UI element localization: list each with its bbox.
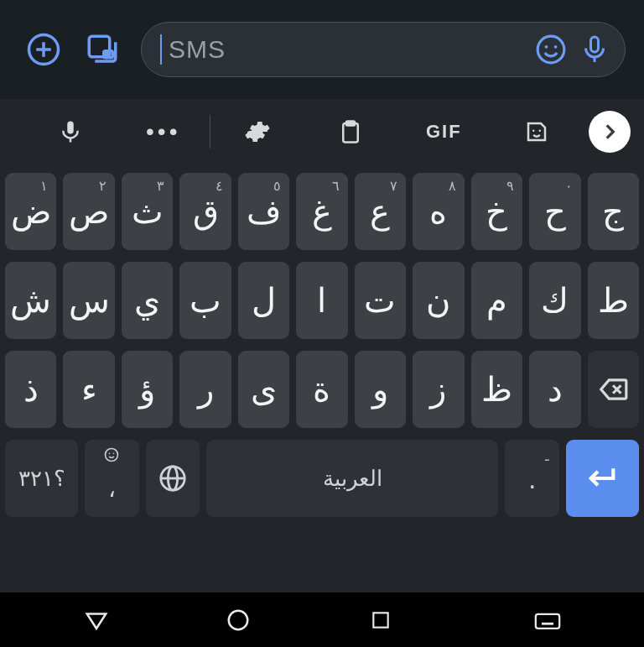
key-ba[interactable]: ب xyxy=(179,262,231,339)
key-sin[interactable]: س xyxy=(63,262,114,339)
key-qaf[interactable]: ٤ق xyxy=(179,173,231,250)
navigation-bar xyxy=(0,592,644,647)
enter-key[interactable] xyxy=(566,440,639,517)
key-ra[interactable]: ر xyxy=(179,351,231,428)
symbols-key[interactable]: ؟٣٢١ xyxy=(5,440,78,517)
svg-point-16 xyxy=(539,130,542,133)
compose-bar: SMS xyxy=(0,0,644,99)
nav-recent-button[interactable] xyxy=(360,599,402,641)
svg-rect-28 xyxy=(536,613,559,628)
sticker-button[interactable] xyxy=(491,112,584,152)
keyboard-row-4: ؟٣٢١ ، العربية ـ . xyxy=(5,440,639,517)
key-fa[interactable]: ٥ف xyxy=(238,173,289,250)
key-kha[interactable]: ٩خ xyxy=(471,173,522,250)
emoji-button[interactable] xyxy=(532,31,569,68)
nav-home-button[interactable] xyxy=(217,599,259,641)
space-key[interactable]: العربية xyxy=(206,440,498,517)
key-hha[interactable]: ٠ح xyxy=(529,173,580,250)
key-zay[interactable]: ز xyxy=(413,351,464,428)
keyboard-toolbar: ••• GIF xyxy=(0,99,644,164)
key-sad[interactable]: ٢ص xyxy=(63,173,114,250)
keyboard-row-1: ١ض ٢ص ٣ث ٤ق ٥ف ٦غ ٧ع ٨ه ٩خ ٠ح ج xyxy=(5,173,639,250)
svg-point-8 xyxy=(554,45,558,49)
text-cursor xyxy=(160,34,162,65)
backspace-key[interactable] xyxy=(588,351,639,428)
add-button[interactable] xyxy=(23,29,64,70)
svg-point-20 xyxy=(109,453,111,455)
settings-button[interactable] xyxy=(210,112,304,152)
key-dha[interactable]: ظ xyxy=(471,351,522,428)
nav-keyboard-button[interactable] xyxy=(527,599,569,641)
key-dal[interactable]: د xyxy=(529,351,580,428)
voice-input-button[interactable] xyxy=(576,31,613,68)
key-ghain[interactable]: ٦غ xyxy=(296,173,347,250)
gallery-button[interactable] xyxy=(82,29,122,70)
svg-point-6 xyxy=(538,36,564,63)
key-nun[interactable]: ن xyxy=(413,262,464,339)
svg-point-21 xyxy=(113,453,115,455)
key-alif[interactable]: ا xyxy=(296,262,347,339)
emoji-key[interactable]: ، xyxy=(85,440,139,517)
svg-point-19 xyxy=(106,449,118,462)
key-alif-maqsura[interactable]: ى xyxy=(238,351,289,428)
svg-point-7 xyxy=(545,45,548,49)
period-key[interactable]: ـ . xyxy=(505,440,559,517)
keyboard-row-2: ش س ي ب ل ا ت ن م ك ط xyxy=(5,262,639,339)
key-ha[interactable]: ٨ه xyxy=(413,173,464,250)
gif-button[interactable]: GIF xyxy=(397,112,491,152)
key-lam[interactable]: ل xyxy=(238,262,289,339)
key-dad[interactable]: ١ض xyxy=(5,173,56,250)
more-button[interactable]: ••• xyxy=(117,112,210,152)
clipboard-button[interactable] xyxy=(304,112,397,152)
expand-toolbar-button[interactable] xyxy=(589,111,631,153)
key-mim[interactable]: م xyxy=(471,262,522,339)
keyboard: ١ض ٢ص ٣ث ٤ق ٥ف ٦غ ٧ع ٨ه ٩خ ٠ح ج ش س ي ب … xyxy=(0,164,644,592)
key-ain[interactable]: ٧ع xyxy=(355,173,406,250)
key-ta[interactable]: ت xyxy=(355,262,406,339)
message-input[interactable]: SMS xyxy=(141,22,626,77)
svg-rect-9 xyxy=(591,37,599,52)
key-hamza[interactable]: ء xyxy=(63,351,114,428)
language-key[interactable] xyxy=(146,440,200,517)
keyboard-row-3: ذ ء ؤ ر ى ة و ز ظ د xyxy=(5,351,639,428)
voice-typing-button[interactable] xyxy=(23,112,117,152)
key-dhal[interactable]: ذ xyxy=(5,351,56,428)
nav-back-button[interactable] xyxy=(75,599,117,641)
key-jim[interactable]: ج xyxy=(588,173,639,250)
key-ya[interactable]: ي xyxy=(122,262,173,339)
key-kaf[interactable]: ك xyxy=(529,262,580,339)
key-waw-hamza[interactable]: ؤ xyxy=(122,351,173,428)
svg-rect-27 xyxy=(373,613,387,627)
key-tha[interactable]: ٣ث xyxy=(122,173,173,250)
key-shin[interactable]: ش xyxy=(5,262,56,339)
svg-marker-25 xyxy=(87,613,106,629)
message-placeholder: SMS xyxy=(169,35,226,64)
svg-point-26 xyxy=(229,610,248,629)
svg-point-15 xyxy=(532,130,535,133)
key-waw[interactable]: و xyxy=(355,351,406,428)
key-tta[interactable]: ط xyxy=(588,262,639,339)
svg-rect-14 xyxy=(346,122,355,126)
svg-rect-11 xyxy=(67,122,74,134)
key-ta-marbuta[interactable]: ة xyxy=(296,351,347,428)
